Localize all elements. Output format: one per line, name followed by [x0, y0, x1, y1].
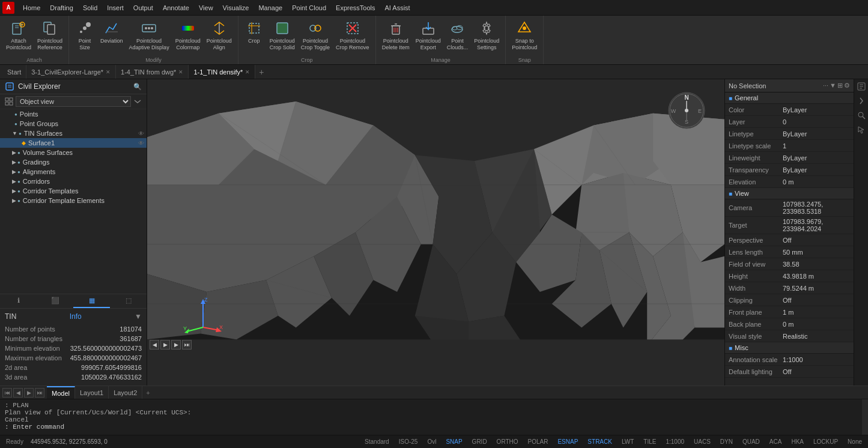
- status-polar[interactable]: POLAR: [526, 438, 551, 445]
- ribbon-btn-colormap[interactable]: PointcloudColormap: [173, 18, 203, 53]
- ribbon-btn-align[interactable]: PointcloudAlign: [204, 18, 234, 53]
- nav-prev-icon[interactable]: ◀: [150, 340, 159, 350]
- panel-settings-icon[interactable]: ⚙: [844, 82, 850, 89]
- tab-civilexplorer-close[interactable]: ✕: [106, 69, 111, 75]
- tree-item-tinsurfaces[interactable]: ▼ ● TIN Surfaces 👁: [0, 129, 147, 138]
- prop-section-misc-header[interactable]: ■ Misc: [725, 342, 854, 354]
- outer-tool-properties-icon[interactable]: [854, 79, 868, 94]
- ribbon-btn-deviation[interactable]: Deviation: [98, 18, 126, 46]
- status-tile[interactable]: TILE: [641, 438, 658, 445]
- ribbon-btn-crop-solid[interactable]: PointcloudCrop Solid: [267, 18, 297, 53]
- tree-item-pointgroups[interactable]: ● Point Groups: [0, 119, 147, 129]
- tab-tinfromdwg-close[interactable]: ✕: [178, 69, 183, 75]
- tab-tindensify-close[interactable]: ✕: [245, 69, 250, 75]
- ribbon-btn-attach[interactable]: AttachPointcloud: [4, 18, 34, 53]
- view-cube[interactable]: N S W E: [667, 91, 706, 132]
- sidebar-tab-camera[interactable]: ⬚: [110, 294, 147, 308]
- tree-item-volumesurfaces[interactable]: ▶ ● Volume Surfaces: [0, 148, 147, 157]
- tree-item-alignments[interactable]: ▶ ● Alignments: [0, 167, 147, 177]
- ribbon-btn-settings[interactable]: PointcloudSettings: [472, 18, 502, 53]
- menu-output[interactable]: Output: [129, 0, 158, 15]
- ribbon-btn-pointsize[interactable]: PointSize: [73, 18, 97, 53]
- layout-nav-first[interactable]: ⏮: [2, 388, 12, 398]
- status-scale[interactable]: 1:1000: [663, 438, 687, 445]
- menu-pointcloud[interactable]: Point Cloud: [287, 0, 331, 15]
- tree-item-surface1[interactable]: ◆ Surface1 👁: [0, 138, 147, 148]
- ribbon-btn-crop-remove[interactable]: PointcloudCrop Remove: [333, 18, 372, 53]
- layout-tab-layout1[interactable]: Layout1: [75, 386, 109, 399]
- tree-item-corridor-template-elements[interactable]: ▶ ● Corridor Template Elements: [0, 196, 147, 205]
- status-hka[interactable]: HKA: [789, 438, 806, 445]
- sidebar-tab-chart[interactable]: ▦: [73, 294, 110, 308]
- layout-tab-model[interactable]: Model: [47, 386, 75, 399]
- tree-item-points[interactable]: ● Points: [0, 109, 147, 119]
- status-standard[interactable]: Standard: [362, 438, 392, 445]
- sidebar-tab-info[interactable]: ℹ: [0, 294, 37, 308]
- nav-next-icon[interactable]: ▶: [171, 340, 181, 350]
- outer-tool-cursor-icon[interactable]: [854, 123, 868, 137]
- panel-grid-icon[interactable]: ⊞: [837, 82, 843, 89]
- view-dropdown[interactable]: Object view: [16, 96, 131, 107]
- menu-aiassist[interactable]: AI Assist: [380, 0, 414, 15]
- prop-section-general-header[interactable]: ■ General: [725, 92, 854, 104]
- outer-tool-zoom-icon[interactable]: [854, 108, 868, 123]
- tin-expand-icon[interactable]: ▼: [135, 312, 142, 321]
- status-quad[interactable]: QUAD: [740, 438, 762, 445]
- tab-add-button[interactable]: +: [255, 67, 267, 77]
- ribbon-btn-export[interactable]: PointcloudExport: [413, 18, 443, 53]
- menu-manage[interactable]: Manage: [253, 0, 287, 15]
- layout-tab-layout2[interactable]: Layout2: [109, 386, 142, 399]
- menu-visualize[interactable]: Visualize: [218, 0, 254, 15]
- tree-item-corridor-templates[interactable]: ▶ ● Corridor Templates: [0, 186, 147, 196]
- menu-view[interactable]: View: [194, 0, 218, 15]
- menu-solid[interactable]: Solid: [78, 0, 102, 15]
- menu-expresstools[interactable]: ExpressTools: [331, 0, 380, 15]
- tab-civilexplorer[interactable]: 3-1_CivilExplorer-Large* ✕: [26, 65, 116, 79]
- status-snap[interactable]: SNAP: [443, 438, 464, 445]
- panel-dropdown-icon[interactable]: ▼: [830, 82, 836, 89]
- status-esnap[interactable]: ESNAP: [555, 438, 580, 445]
- tab-tinfromdwg[interactable]: 1-4_TIN from dwg* ✕: [116, 65, 189, 79]
- nav-end-icon[interactable]: ⏭: [182, 340, 192, 350]
- surface1-eye-icon[interactable]: 👁: [138, 140, 144, 147]
- ribbon-btn-adaptive[interactable]: PointcloudAdaptive Display: [127, 18, 172, 53]
- status-uacs[interactable]: UACS: [691, 438, 713, 445]
- status-iso25[interactable]: ISO-25: [396, 438, 420, 445]
- menu-annotate[interactable]: Annotate: [158, 0, 194, 15]
- tab-start[interactable]: Start: [2, 65, 26, 79]
- app-logo[interactable]: A: [2, 2, 14, 14]
- ribbon-btn-snap[interactable]: Snap toPointcloud: [509, 18, 539, 53]
- layout-nav-last[interactable]: ⏭: [35, 388, 44, 398]
- status-grid[interactable]: GRID: [470, 438, 490, 445]
- panel-dots-icon[interactable]: ···: [823, 82, 828, 89]
- menu-insert[interactable]: Insert: [102, 0, 129, 15]
- status-dyn[interactable]: DYN: [718, 438, 735, 445]
- tinsurfaces-eye-icon[interactable]: 👁: [138, 130, 144, 137]
- outer-tool-arrow-icon[interactable]: [854, 94, 868, 108]
- ribbon-btn-reference[interactable]: PointcloudReference: [35, 18, 65, 53]
- tree-item-gradings[interactable]: ▶ ● Gradings: [0, 157, 147, 167]
- status-none[interactable]: None: [845, 438, 864, 445]
- nav-play-icon[interactable]: ▶: [160, 340, 170, 350]
- status-lockup[interactable]: LOCKUP: [811, 438, 840, 445]
- menu-drafting[interactable]: Drafting: [45, 0, 78, 15]
- tin-info-label[interactable]: Info: [70, 312, 82, 321]
- ribbon-btn-crop-toggle[interactable]: PointcloudCrop Toggle: [299, 18, 332, 53]
- status-ovl[interactable]: Ovl: [425, 438, 439, 445]
- sidebar-tab-layers[interactable]: ⬛: [37, 294, 73, 308]
- tree-item-corridors[interactable]: ▶ ● Corridors: [0, 177, 147, 186]
- status-lwt[interactable]: LWT: [619, 438, 636, 445]
- layout-nav-prev[interactable]: ◀: [13, 388, 23, 398]
- layout-add-button[interactable]: +: [142, 389, 153, 396]
- ribbon-btn-crop[interactable]: Crop: [242, 18, 266, 46]
- ribbon-btn-delete[interactable]: PointcloudDelete Item: [380, 18, 412, 53]
- command-scrollbar[interactable]: [862, 399, 868, 435]
- status-strack[interactable]: STRACK: [585, 438, 615, 445]
- menu-home[interactable]: Home: [18, 0, 45, 15]
- status-ortho[interactable]: ORTHO: [494, 438, 521, 445]
- ribbon-btn-clouds[interactable]: PointClouds...: [445, 18, 471, 53]
- status-aca[interactable]: ACA: [767, 438, 785, 445]
- sidebar-search-icon[interactable]: 🔍: [133, 83, 142, 91]
- layout-nav-next[interactable]: ▶: [24, 388, 34, 398]
- tab-tindensify[interactable]: 1-1_TIN densify* ✕: [189, 65, 255, 79]
